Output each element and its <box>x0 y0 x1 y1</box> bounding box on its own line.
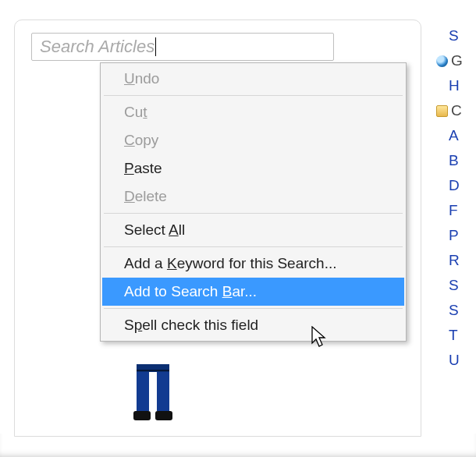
menu-item-add-to-search-bar[interactable]: Add to Search Bar... <box>102 278 404 306</box>
sidebar-link[interactable]: S <box>425 298 476 323</box>
sidebar-header[interactable]: C <box>425 98 476 123</box>
sidebar-link[interactable]: S <box>425 23 476 48</box>
page-shadow <box>0 434 476 457</box>
sidebar-link[interactable]: B <box>425 148 476 173</box>
folder-icon <box>436 105 448 117</box>
sidebar-link[interactable]: R <box>425 248 476 273</box>
search-placeholder: Search Articles <box>40 36 155 58</box>
menu-separator <box>104 95 403 96</box>
sidebar-link[interactable]: A <box>425 123 476 148</box>
menu-item-paste[interactable]: Paste <box>102 154 404 182</box>
search-input[interactable]: Search Articles <box>31 33 334 61</box>
menu-item-select-all[interactable]: Select All <box>102 216 404 244</box>
sidebar-link[interactable]: H <box>425 73 476 98</box>
menu-separator <box>104 213 403 214</box>
menu-separator <box>104 308 403 309</box>
menu-item-spell-check[interactable]: Spell check this field <box>102 311 404 339</box>
sidebar-link[interactable]: S <box>425 273 476 298</box>
sidebar-link[interactable]: P <box>425 223 476 248</box>
menu-item-cut[interactable]: Cut <box>102 98 404 126</box>
text-caret <box>155 37 156 56</box>
context-menu: Undo Cut Copy Paste Delete Select All Ad… <box>100 62 407 342</box>
sidebar-link[interactable]: T <box>425 323 476 348</box>
sidebar-link[interactable]: F <box>425 198 476 223</box>
sidebar-header[interactable]: G <box>425 48 476 73</box>
menu-item-undo[interactable]: Undo <box>102 65 404 93</box>
menu-separator <box>104 246 403 247</box>
sidebar-link[interactable]: D <box>425 173 476 198</box>
sidebar-link[interactable]: U <box>425 348 476 373</box>
menu-item-delete[interactable]: Delete <box>102 182 404 211</box>
menu-item-add-keyword[interactable]: Add a Keyword for this Search... <box>102 250 404 278</box>
menu-item-copy[interactable]: Copy <box>102 126 404 154</box>
globe-icon <box>436 55 448 67</box>
sidebar: S G H C A B D F P R S S T U <box>425 0 476 457</box>
